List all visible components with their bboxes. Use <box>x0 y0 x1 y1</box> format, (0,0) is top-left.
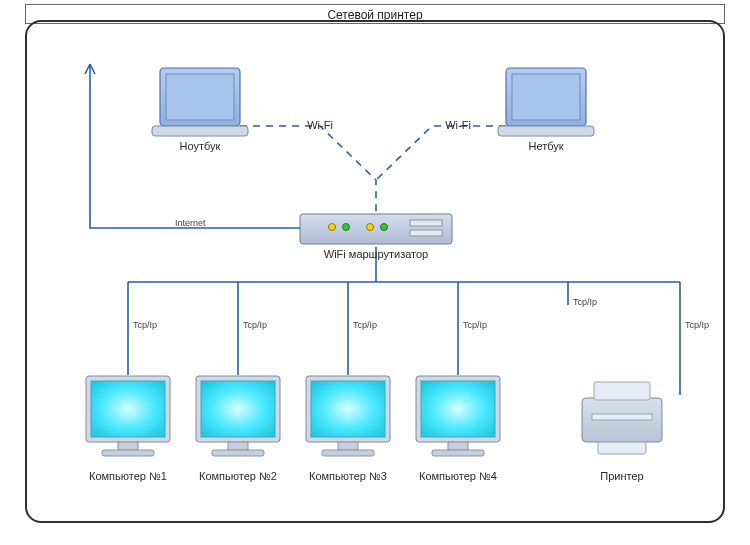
pc4-label: Компьютер №4 <box>408 470 508 482</box>
tcpip-label-6: Tcp/Ip <box>685 320 709 330</box>
wifi-left-label: Wi-Fi <box>300 119 340 131</box>
internet-label: Internet <box>175 218 206 228</box>
tcpip-label-2: Tcp/Ip <box>243 320 267 330</box>
tcpip-label-3: Tcp/Ip <box>353 320 377 330</box>
tcpip-label-4: Tcp/Ip <box>463 320 487 330</box>
router-label: WiFi маршрутизатор <box>306 248 446 260</box>
laptop-label: Ноутбук <box>160 140 240 152</box>
tcpip-label-5: Tcp/Ip <box>573 297 597 307</box>
tcpip-label-1: Tcp/Ip <box>133 320 157 330</box>
pc1-label: Компьютер №1 <box>78 470 178 482</box>
diagram-border <box>25 20 725 523</box>
pc2-label: Компьютер №2 <box>188 470 288 482</box>
wifi-right-label: Wi-Fi <box>438 119 478 131</box>
pc3-label: Компьютер №3 <box>298 470 398 482</box>
printer-label: Принтер <box>582 470 662 482</box>
netbook-label: Нетбук <box>506 140 586 152</box>
diagram-stage: Сетевой принтер <box>0 0 750 545</box>
